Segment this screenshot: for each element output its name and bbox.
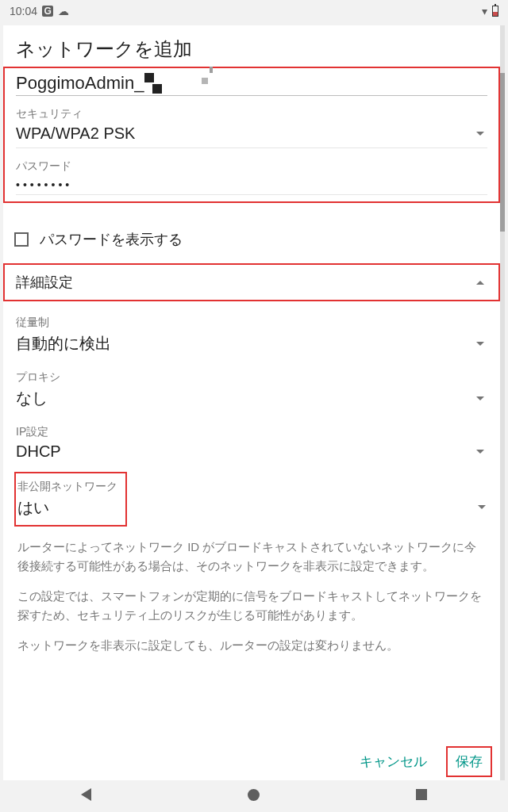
help-text-1: ルーターによってネットワーク ID がブロードキャストされていないネットワークに…: [3, 527, 500, 576]
hidden-network-label: 非公開ネットワーク: [17, 480, 124, 494]
proxy-dropdown[interactable]: なし: [16, 385, 487, 417]
cursor-icon: [202, 73, 213, 87]
navigation-bar: [3, 780, 505, 809]
metered-label: 従量制: [16, 308, 487, 330]
security-label: セキュリティ: [16, 96, 487, 121]
security-dropdown[interactable]: WPA/WPA2 PSK: [16, 121, 487, 148]
status-bar: 10:04 G ☁ ▾: [0, 0, 508, 22]
chevron-down-icon: [476, 450, 484, 454]
hidden-network-dropdown[interactable]: はい: [17, 494, 124, 519]
password-label: パスワード: [16, 148, 487, 174]
battery-icon: [492, 6, 498, 17]
chevron-up-icon: [476, 281, 484, 285]
show-password-label: パスワードを表示する: [40, 230, 183, 249]
ssid-input[interactable]: PoggimoAdmin_: [16, 70, 487, 96]
chevron-down-icon: [476, 342, 484, 346]
ip-value: DHCP: [16, 442, 61, 461]
recents-icon[interactable]: [416, 789, 427, 800]
help-text-2: この設定では、スマートフォンが定期的に信号をブロードキャストしてネットワークを探…: [3, 576, 500, 625]
ip-label: IP設定: [16, 417, 487, 439]
proxy-value: なし: [16, 388, 48, 409]
dialog: ネットワークを追加 PoggimoAdmin_ セキュリティ WPA/WPA2 …: [3, 25, 505, 809]
proxy-label: プロキシ: [16, 362, 487, 385]
show-password-checkbox[interactable]: パスワードを表示する: [3, 203, 500, 263]
cancel-button[interactable]: キャンセル: [350, 746, 437, 777]
metered-dropdown[interactable]: 自動的に検出: [16, 330, 487, 362]
cloud-icon: ☁: [58, 5, 69, 17]
wifi-icon: ▾: [482, 5, 487, 17]
google-icon: G: [42, 6, 53, 17]
chevron-down-icon: [478, 505, 486, 509]
ip-dropdown[interactable]: DHCP: [16, 439, 487, 469]
help-text-3: ネットワークを非表示に設定しても、ルーターの設定は変わりません。: [3, 625, 500, 655]
ssid-value: PoggimoAdmin_: [16, 73, 144, 94]
metered-value: 自動的に検出: [16, 333, 111, 354]
chevron-down-icon: [476, 396, 484, 400]
security-value: WPA/WPA2 PSK: [16, 124, 135, 143]
highlight-box-advanced[interactable]: 詳細設定: [3, 263, 500, 301]
password-input[interactable]: ••••••••: [16, 174, 487, 195]
hidden-network-value: はい: [17, 497, 49, 519]
page-title: ネットワークを追加: [3, 25, 500, 67]
redacted-icon: [144, 73, 162, 94]
back-icon[interactable]: [81, 788, 91, 801]
save-button[interactable]: 保存: [456, 754, 483, 769]
highlight-box-network-fields: PoggimoAdmin_ セキュリティ WPA/WPA2 PSK パスワード …: [3, 67, 500, 203]
highlight-box-hidden: 非公開ネットワーク はい: [14, 472, 127, 527]
home-icon[interactable]: [248, 789, 260, 801]
checkbox-icon: [14, 232, 29, 247]
chevron-down-icon: [476, 132, 484, 136]
advanced-settings-label: 詳細設定: [16, 273, 73, 292]
status-time: 10:04: [10, 5, 37, 17]
highlight-box-save: 保存: [446, 746, 492, 777]
